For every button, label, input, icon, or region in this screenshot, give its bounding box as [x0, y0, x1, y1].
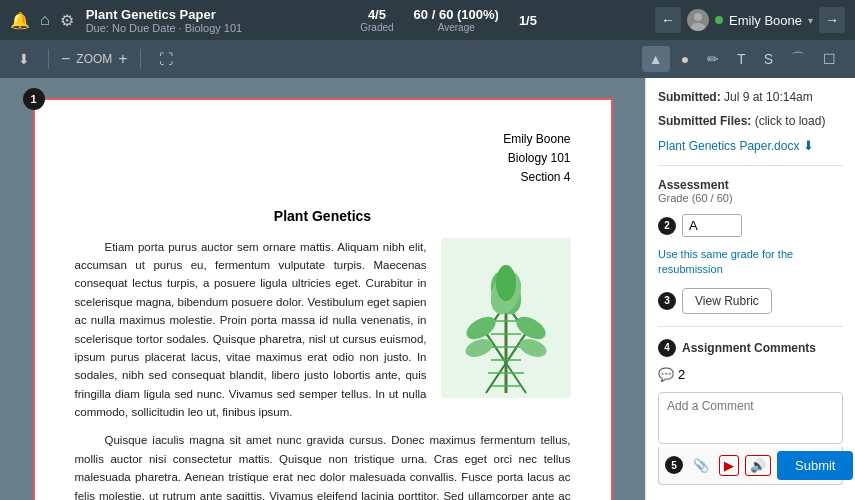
student-info: Emily Boone ▾: [687, 9, 813, 31]
page-badge: 1: [23, 88, 45, 110]
assignment-comments-header: 4 Assignment Comments: [658, 339, 843, 357]
online-indicator: [715, 16, 723, 24]
rubric-row: 3 View Rubric: [658, 288, 843, 314]
submitted-val: Jul 9 at 10:14am: [724, 90, 813, 104]
submit-button[interactable]: Submit: [777, 451, 853, 480]
box-tool-button[interactable]: ☐: [816, 46, 843, 72]
page-nav-val: 1/5: [519, 13, 537, 28]
toolbar-tools: ▲ ● ✏ T S ⌒ ☐: [642, 46, 843, 72]
grade-input[interactable]: [682, 214, 742, 237]
top-bar-icons: 🔔 ⌂ ⚙: [10, 11, 74, 30]
prev-student-button[interactable]: ←: [655, 7, 681, 33]
average-stat: 60 / 60 (100%) Average: [414, 7, 499, 33]
comment-count-row: 💬 2: [658, 367, 843, 382]
assessment-label: Assessment: [658, 178, 843, 192]
zoom-label: ZOOM: [76, 52, 112, 66]
attach-button[interactable]: 📎: [689, 456, 713, 475]
toolbar-sep2: [140, 49, 141, 69]
svg-point-12: [496, 265, 516, 301]
assessment-section: Assessment Grade (60 / 60): [658, 178, 843, 204]
main-content: 1 Emily Boone Biology 101 Section 4 Plan…: [0, 78, 855, 500]
view-rubric-button[interactable]: View Rubric: [682, 288, 772, 314]
expand-button[interactable]: ⛶: [153, 47, 179, 71]
zoom-out-button[interactable]: −: [61, 51, 70, 67]
zoom-control: − ZOOM +: [61, 51, 128, 67]
student-avatar: [687, 9, 709, 31]
doc-body: Etiam porta purus auctor sem ornare matt…: [75, 238, 571, 500]
doc-header-section: Section 4: [75, 168, 571, 187]
svg-point-0: [694, 13, 702, 21]
badge-4: 4: [658, 339, 676, 357]
graded-stat: 4/5 Graded: [360, 7, 393, 33]
dot-tool-button[interactable]: ●: [674, 46, 696, 72]
home-icon[interactable]: ⌂: [40, 11, 50, 29]
doc-title: Plant Genetics: [75, 208, 571, 224]
top-bar-nav: ← Emily Boone ▾ →: [655, 7, 845, 33]
settings-icon[interactable]: ⚙: [60, 11, 74, 30]
doc-area: 1 Emily Boone Biology 101 Section 4 Plan…: [0, 78, 645, 500]
media-button[interactable]: ▶: [719, 455, 739, 476]
average-val: 60 / 60 (100%): [414, 7, 499, 22]
badge-3: 3: [658, 292, 676, 310]
graded-label: Graded: [360, 22, 393, 33]
submitted-info: Submitted: Jul 9 at 10:14am: [658, 90, 843, 104]
grade-row: 2: [658, 214, 843, 237]
top-bar: 🔔 ⌂ ⚙ Plant Genetics Paper Due: No Due D…: [0, 0, 855, 40]
doc-page: 1 Emily Boone Biology 101 Section 4 Plan…: [33, 98, 613, 500]
comment-toolbar: 5 📎 ▶ 🔊 Submit: [658, 447, 843, 485]
pointer-tool-button[interactable]: ▲: [642, 46, 670, 72]
average-label: Average: [414, 22, 499, 33]
doc-header-name: Emily Boone: [75, 130, 571, 149]
graded-val: 4/5: [360, 7, 393, 22]
text-tool-button[interactable]: T: [730, 46, 753, 72]
pen-tool-button[interactable]: ✏: [700, 46, 726, 72]
strikethrough-tool-button[interactable]: S: [757, 46, 780, 72]
top-bar-center: 4/5 Graded 60 / 60 (100%) Average 1/5: [242, 7, 655, 33]
top-bar-title: Plant Genetics Paper Due: No Due Date · …: [86, 7, 243, 34]
student-dropdown-icon[interactable]: ▾: [808, 15, 813, 26]
doc-header-course: Biology 101: [75, 149, 571, 168]
submitted-files-label: Submitted Files:: [658, 114, 751, 128]
badge-5: 5: [665, 456, 683, 474]
audio-button[interactable]: 🔊: [745, 455, 771, 476]
comment-icon: 💬: [658, 367, 674, 382]
resubmit-link[interactable]: Use this same grade for the resubmission: [658, 247, 843, 278]
document-title: Plant Genetics Paper: [86, 7, 243, 22]
comment-input-area: 5 📎 ▶ 🔊 Submit: [658, 392, 843, 485]
doc-header: Emily Boone Biology 101 Section 4: [75, 130, 571, 188]
submitted-files-info: Submitted Files: (click to load): [658, 114, 843, 128]
submitted-files-sub: (click to load): [755, 114, 826, 128]
comment-textarea[interactable]: [658, 392, 843, 444]
next-student-button[interactable]: →: [819, 7, 845, 33]
file-link[interactable]: Plant Genetics Paper.docx: [658, 139, 799, 153]
toolbar-sep1: [48, 49, 49, 69]
assignment-comments-label: Assignment Comments: [682, 341, 816, 355]
download-button[interactable]: ⬇: [12, 47, 36, 71]
plant-image: [441, 238, 571, 398]
bell-icon[interactable]: 🔔: [10, 11, 30, 30]
divider-1: [658, 165, 843, 166]
toolbar: ⬇ − ZOOM + ⛶ ▲ ● ✏ T S ⌒ ☐: [0, 40, 855, 78]
doc-paragraph-2: Quisque iaculis magna sit amet nunc grav…: [75, 431, 571, 500]
submitted-label: Submitted:: [658, 90, 721, 104]
document-subtitle: Due: No Due Date · Biology 101: [86, 22, 243, 34]
page-nav-stat: 1/5: [519, 13, 537, 28]
zoom-in-button[interactable]: +: [118, 51, 127, 67]
highlight-tool-button[interactable]: ⌒: [784, 46, 812, 72]
student-name: Emily Boone: [729, 13, 802, 28]
grade-label: Grade (60 / 60): [658, 192, 843, 204]
comment-count: 2: [678, 367, 685, 382]
right-panel: Submitted: Jul 9 at 10:14am Submitted Fi…: [645, 78, 855, 500]
file-download-icon[interactable]: ⬇: [803, 138, 814, 153]
badge-2: 2: [658, 217, 676, 235]
file-row: Plant Genetics Paper.docx ⬇: [658, 138, 843, 153]
divider-2: [658, 326, 843, 327]
svg-point-1: [691, 23, 705, 31]
